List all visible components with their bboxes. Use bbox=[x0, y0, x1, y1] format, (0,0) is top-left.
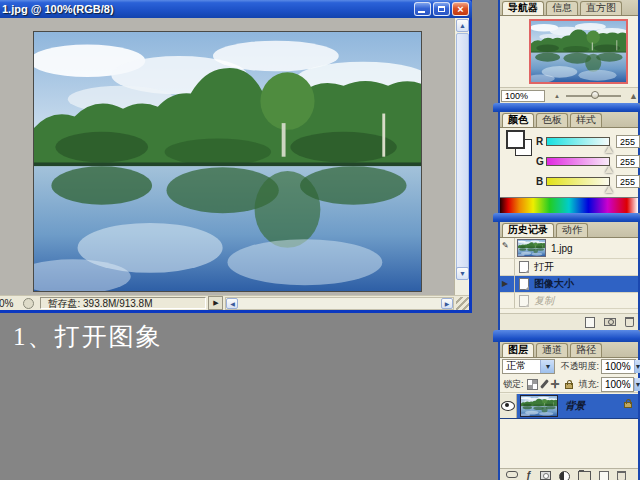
layer-visibility-cell[interactable] bbox=[500, 394, 517, 418]
document-titlebar[interactable]: 1.jpg @ 100%(RGB/8) × bbox=[0, 0, 472, 18]
tab-history[interactable]: 历史记录 bbox=[502, 223, 554, 237]
new-layer-icon[interactable] bbox=[599, 471, 609, 480]
lock-paint-icon[interactable] bbox=[540, 379, 549, 389]
history-source-cell[interactable]: ▶ bbox=[500, 276, 515, 292]
scroll-down-icon[interactable]: ▼ bbox=[456, 267, 469, 280]
tab-channels[interactable]: 通道 bbox=[536, 343, 568, 357]
chevron-down-icon[interactable]: ▼ bbox=[634, 360, 640, 373]
status-popup-button[interactable]: ▶ bbox=[208, 296, 223, 310]
close-button[interactable]: × bbox=[452, 2, 469, 16]
red-slider[interactable] bbox=[546, 137, 610, 146]
blue-slider-thumb[interactable] bbox=[605, 186, 613, 193]
history-state-undone[interactable]: 复制 bbox=[500, 293, 638, 309]
red-value-input[interactable]: 255 bbox=[616, 135, 640, 148]
color-palette-titlebar[interactable] bbox=[493, 103, 640, 112]
maximize-icon bbox=[438, 6, 445, 12]
adjustment-layer-icon[interactable] bbox=[559, 471, 570, 480]
red-slider-thumb[interactable] bbox=[605, 146, 613, 153]
lock-position-icon[interactable]: ✛ bbox=[551, 379, 560, 389]
history-panel: 历史记录 动作 ✎ 1.jpg 打开 ▶ 图像大小 bbox=[498, 222, 640, 330]
green-slider[interactable] bbox=[546, 157, 610, 166]
scroll-left-icon[interactable]: ◀ bbox=[226, 298, 238, 309]
layers-panel-footer: ƒ bbox=[500, 468, 638, 480]
green-value-input[interactable]: 255 bbox=[616, 155, 640, 168]
vertical-scroll-thumb[interactable] bbox=[456, 33, 469, 279]
window-resize-grip[interactable] bbox=[456, 297, 469, 310]
minimize-button[interactable] bbox=[414, 2, 431, 16]
new-group-icon[interactable] bbox=[578, 471, 591, 480]
tab-swatches[interactable]: 色板 bbox=[536, 113, 568, 127]
green-slider-thumb[interactable] bbox=[605, 166, 613, 173]
blue-value-input[interactable]: 255 bbox=[616, 175, 640, 188]
foreground-color-swatch[interactable] bbox=[506, 130, 525, 149]
snapshot-name: 1.jpg bbox=[551, 243, 573, 254]
canvas-area[interactable] bbox=[0, 18, 469, 295]
eye-icon bbox=[501, 401, 515, 411]
scroll-up-icon[interactable]: ▲ bbox=[456, 19, 469, 32]
layers-panel: 图层 通道 路径 正常 ▼ 不透明度: 100% ▼ 锁定: bbox=[498, 342, 640, 480]
tab-actions[interactable]: 动作 bbox=[556, 223, 588, 237]
tab-histogram[interactable]: 直方图 bbox=[580, 1, 622, 15]
status-zoom-level[interactable]: 0% bbox=[0, 298, 17, 309]
delete-state-icon[interactable] bbox=[625, 317, 634, 327]
red-channel-row: R 255 bbox=[536, 133, 640, 149]
link-layers-icon[interactable] bbox=[506, 471, 518, 478]
color-spectrum-ramp[interactable] bbox=[500, 197, 638, 213]
history-source-cell[interactable] bbox=[500, 293, 515, 308]
add-mask-icon[interactable] bbox=[540, 471, 551, 480]
navigator-zoom-slider[interactable] bbox=[566, 95, 621, 97]
tab-color[interactable]: 颜色 bbox=[502, 113, 534, 127]
navigator-zoom-input[interactable]: 100% bbox=[501, 90, 545, 102]
tab-info[interactable]: 信息 bbox=[546, 1, 578, 15]
status-icon bbox=[23, 298, 34, 309]
chevron-down-icon[interactable]: ▼ bbox=[634, 378, 640, 391]
history-state-icon bbox=[519, 295, 529, 307]
layer-style-icon[interactable]: ƒ bbox=[526, 471, 532, 480]
tab-styles[interactable]: 样式 bbox=[570, 113, 602, 127]
history-state-label: 复制 bbox=[534, 294, 554, 308]
tutorial-caption: 1、打开图象 bbox=[13, 320, 163, 353]
history-brush-source-cell[interactable]: ✎ bbox=[500, 238, 515, 258]
tab-layers[interactable]: 图层 bbox=[502, 343, 534, 357]
close-icon: × bbox=[453, 3, 468, 15]
blend-mode-select[interactable]: 正常 ▼ bbox=[502, 359, 555, 374]
opacity-value: 100% bbox=[602, 361, 634, 372]
zoom-out-icon[interactable]: ▲ bbox=[554, 93, 560, 99]
scroll-right-icon[interactable]: ▶ bbox=[441, 298, 453, 309]
fill-input[interactable]: 100% ▼ bbox=[601, 377, 634, 392]
tab-navigator[interactable]: 导航器 bbox=[502, 1, 544, 15]
lock-all-icon[interactable] bbox=[565, 383, 573, 389]
layers-palette-titlebar[interactable] bbox=[493, 330, 640, 342]
photo-canvas[interactable] bbox=[33, 31, 422, 292]
scratch-disk-indicator[interactable]: 暂存盘: 393.8M/913.8M bbox=[40, 297, 206, 309]
color-tabs: 颜色 色板 样式 bbox=[500, 112, 638, 128]
history-state-label: 图像大小 bbox=[534, 277, 574, 291]
new-document-from-state-icon[interactable] bbox=[585, 317, 595, 328]
chevron-down-icon[interactable]: ▼ bbox=[540, 360, 554, 373]
history-state-open[interactable]: 打开 bbox=[500, 259, 638, 276]
new-snapshot-icon[interactable] bbox=[604, 318, 616, 326]
navigator-panel: 导航器 信息 直方图 100% ▲ ▲ bbox=[498, 0, 640, 103]
zoom-slider-thumb[interactable] bbox=[591, 91, 599, 99]
opacity-label: 不透明度: bbox=[560, 360, 599, 373]
green-channel-row: G 255 bbox=[536, 153, 640, 169]
history-state-image-size[interactable]: ▶ 图像大小 bbox=[500, 276, 638, 293]
tab-paths[interactable]: 路径 bbox=[570, 343, 602, 357]
navigator-preview[interactable] bbox=[529, 19, 628, 84]
lock-row: 锁定: ✛ 填充: 100% ▼ bbox=[500, 376, 638, 393]
zoom-in-icon[interactable]: ▲ bbox=[629, 91, 638, 101]
history-snapshot-row[interactable]: ✎ 1.jpg bbox=[500, 238, 638, 259]
opacity-input[interactable]: 100% ▼ bbox=[601, 359, 636, 374]
layer-thumbnail[interactable] bbox=[520, 395, 558, 417]
maximize-button[interactable] bbox=[433, 2, 450, 16]
delete-layer-icon[interactable] bbox=[617, 471, 626, 480]
lock-transparency-icon[interactable] bbox=[527, 379, 538, 390]
vertical-scrollbar[interactable]: ▲ ▼ bbox=[454, 18, 469, 295]
blue-slider[interactable] bbox=[546, 177, 610, 186]
navigator-zoom-bar: 100% ▲ ▲ bbox=[500, 87, 638, 103]
history-source-cell[interactable] bbox=[500, 259, 515, 275]
horizontal-scrollbar[interactable]: ◀ ▶ bbox=[225, 297, 454, 310]
layer-row-background[interactable]: 背景 bbox=[500, 394, 638, 419]
snapshot-thumbnail[interactable] bbox=[517, 239, 546, 257]
history-palette-titlebar[interactable] bbox=[493, 213, 640, 222]
